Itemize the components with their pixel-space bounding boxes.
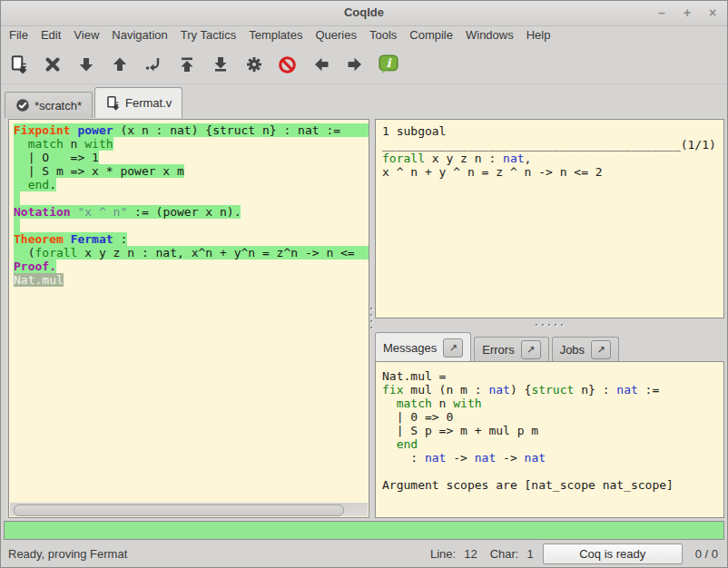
code-line: | 0 => 0 [382,410,723,424]
code-line: | O => 1 [14,151,369,164]
menu-help[interactable]: Help [520,25,557,44]
menu-windows[interactable]: Windows [459,25,520,44]
forward-button[interactable] [339,50,369,79]
forward-one-button[interactable] [71,50,101,79]
up-arrow-icon [111,55,129,73]
code-line: Notation "x ^ n" := (power x n). [14,205,369,219]
tab-label: Messages [383,341,437,355]
tab-jobs[interactable]: Jobs ↗ [552,337,619,362]
editor-pane: Fixpoint power (x n : nat) {struct n} : … [8,119,369,518]
editor-code[interactable]: Fixpoint power (x n : nat) {struct n} : … [9,120,369,503]
editor-tabbar: *scratch* Fermat.v [5,85,727,118]
code-line: end [382,437,723,451]
coq-status: Coq is ready [543,544,683,564]
code-line: : nat -> nat -> nat [382,451,723,465]
code-line: Nat.mul = [382,369,723,383]
coqide-window: CoqIde – + × FileEditViewNavigationTry T… [0,0,728,568]
menu-queries[interactable]: Queries [309,25,363,44]
go-to-start-icon [178,55,196,73]
go-to-start-button[interactable] [172,50,202,79]
menu-try-tactics[interactable]: Try Tactics [174,25,242,44]
menu-file[interactable]: File [3,25,34,44]
menu-templates[interactable]: Templates [242,25,309,44]
close-window-icon[interactable]: × [705,5,720,21]
interrupt-button[interactable] [272,50,302,79]
messages-pane: Nat.mul =fix mul (n m : nat) {struct n} … [375,361,724,518]
code-line: | S m => x * power x m [14,164,369,178]
menu-compile[interactable]: Compile [403,25,459,44]
code-line: x ^ n + y ^ n = z ^ n -> n <= 2 [382,165,723,179]
code-line: | S p => m + mul p m [382,424,723,437]
gear-icon [245,55,263,73]
code-line: Nat.mul [14,273,369,287]
goto-cursor-icon [144,55,162,73]
down-arrow-icon [77,55,95,73]
backward-one-button[interactable] [104,50,134,79]
close-tab-button[interactable] [37,50,67,79]
about-button[interactable]: i [373,50,403,79]
go-to-cursor-button[interactable] [138,50,168,79]
interrupt-icon [278,55,297,74]
goal-content: 1 subgoal_______________________________… [376,120,723,318]
menubar: FileEditViewNavigationTry TacticsTemplat… [1,25,727,45]
code-line: Argument scopes are [nat_scope nat_scope… [382,478,723,492]
go-to-end-icon [212,55,230,73]
vertical-splitter[interactable] [368,119,375,516]
tab-label: Jobs [560,343,585,357]
minimize-icon[interactable]: – [654,5,669,21]
window-title: CoqIde [1,5,727,19]
detach-icon[interactable]: ↗ [443,338,463,357]
tab-errors[interactable]: Errors ↗ [474,337,548,362]
detach-icon[interactable]: ↗ [521,340,541,359]
back-button[interactable] [306,50,336,79]
statusbar: Ready, proving Fermat Line: 12 Char: 1 C… [1,540,727,567]
window-controls: – + × [654,5,720,21]
progress-counter: 0 / 0 [695,547,718,561]
tab-label: Fermat.v [125,96,172,110]
menu-navigation[interactable]: Navigation [105,25,173,44]
goal-pane: 1 subgoal_______________________________… [375,119,724,318]
message-tabbar: Messages ↗ Errors ↗ Jobs ↗ [375,331,727,362]
line-label: Line: [430,547,456,561]
code-line: Theorem Fermat : [14,232,369,246]
code-line: Proof. [14,260,369,273]
tab-scratch[interactable]: *scratch* [5,92,93,118]
tab-fermat[interactable]: Fermat.v [94,87,182,118]
code-line: (forall x y z n : nat, x^n + y^n = z^n -… [14,246,369,260]
settings-button[interactable] [239,50,269,79]
horizontal-splitter[interactable] [375,318,723,331]
code-line [14,191,369,205]
save-button[interactable] [4,50,34,79]
char-label: Char: [490,547,519,561]
close-icon [44,55,62,73]
detach-icon[interactable]: ↗ [591,340,611,359]
scrollbar-thumb[interactable] [14,504,344,516]
status-text: Ready, proving Fermat [8,547,127,561]
toolbar: i [1,45,727,84]
menu-tools[interactable]: Tools [363,25,403,44]
about-icon: i [378,54,399,75]
menu-edit[interactable]: Edit [34,25,67,44]
char-value: 1 [526,547,533,561]
code-line: forall x y z n : nat, [382,152,723,165]
messages-content: Nat.mul =fix mul (n m : nat) {struct n} … [376,362,723,517]
code-line: 1 subgoal [382,124,723,138]
tab-label: *scratch* [34,99,82,113]
back-arrow-icon [312,55,330,73]
go-to-end-button[interactable] [205,50,235,79]
menu-view[interactable]: View [67,25,105,44]
save-icon [105,95,121,111]
titlebar[interactable]: CoqIde – + × [1,1,727,26]
code-line: end. [14,178,369,191]
code-line: match n with [14,137,369,151]
save-icon [9,54,29,74]
maximize-icon[interactable]: + [680,5,694,21]
tab-label: Errors [482,343,514,357]
forward-arrow-icon [346,55,364,73]
code-line: match n with [382,397,723,410]
code-line: Fixpoint power (x n : nat) {struct n} : … [14,123,369,137]
horizontal-scrollbar[interactable] [10,503,368,516]
check-circle-icon [15,98,30,113]
tab-messages[interactable]: Messages ↗ [375,332,471,362]
code-line: fix mul (n m : nat) {struct n} : nat := [382,383,723,397]
